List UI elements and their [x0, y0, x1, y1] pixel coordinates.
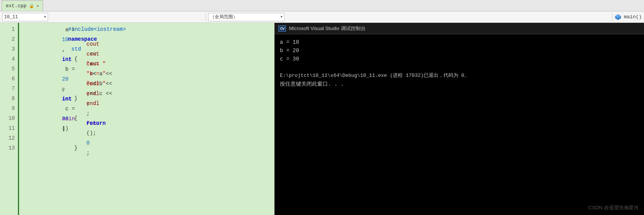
nav-left-section: 10_11 ▼ — [0, 13, 206, 21]
line-num-2: 2 — [0, 34, 15, 44]
line-num-3: 3 — [0, 44, 15, 54]
nav-bar: 10_11 ▼ （全局范围） ▼ main() — [0, 11, 644, 23]
code-content: 1 2 3 4 5 6 7 8 9 10 11 12 13 #include<i… — [0, 23, 274, 215]
code-line-13: } — [24, 143, 274, 153]
nav-mid-section: （全局范围） ▼ — [206, 13, 612, 21]
console-output-close: 按任意键关闭此窗口. . . — [280, 80, 639, 88]
console-watermark: CSDN @遥望浩瀚星河 — [588, 204, 639, 211]
tab-filename: ext.cpp — [6, 3, 27, 9]
scope-dropdown-left[interactable]: 10_11 ▼ — [2, 13, 48, 21]
scope-dropdown-left-value: 10_11 — [4, 14, 43, 20]
line-num-10: 10 — [0, 113, 15, 123]
console-body[interactable]: a = 10 b = 20 c = 30 E:\projtct\10_11\x6… — [275, 34, 644, 215]
line-num-7: 7 — [0, 84, 15, 94]
console-output-2: b = 20 — [280, 46, 639, 55]
close-icon[interactable]: ✕ — [37, 3, 39, 8]
line-num-6: 6 — [0, 74, 15, 84]
line-num-9: 9 — [0, 104, 15, 113]
console-header: CV Microsoft Visual Studio 调试控制台 — [275, 23, 644, 34]
scope-dropdown-left-arrow: ▼ — [44, 15, 46, 19]
tab-bar: ext.cpp 🔒 ✕ — [0, 0, 644, 11]
nav-right-section: main() — [612, 14, 644, 21]
active-tab[interactable]: ext.cpp 🔒 ✕ — [2, 0, 43, 11]
func-name-nav: main() — [624, 14, 642, 20]
code-pane: 1 2 3 4 5 6 7 8 9 10 11 12 13 #include<i… — [0, 23, 275, 215]
collapse-main-btn[interactable]: ⊟ — [62, 87, 65, 91]
console-output-3: c = 30 — [280, 55, 639, 63]
main-area: 1 2 3 4 5 6 7 8 9 10 11 12 13 #include<i… — [0, 23, 644, 215]
scope-dropdown-mid[interactable]: （全局范围） ▼ — [208, 13, 284, 21]
line-num-11: 11 — [0, 123, 15, 133]
line-num-12: 12 — [0, 133, 15, 143]
line-num-1: 1 — [0, 24, 15, 34]
console-output-path: E:\projtct\10_11\x64\Debug\10_11.exe (进程… — [280, 72, 639, 80]
pin-icon[interactable]: 🔒 — [29, 3, 34, 8]
console-output-1: a = 10 — [280, 38, 639, 46]
line-num-13: 13 — [0, 143, 15, 153]
cube-icon — [615, 14, 622, 21]
console-output-blank — [280, 63, 639, 72]
line-num-8: 8 — [0, 94, 15, 104]
vs-console-icon: CV — [278, 25, 286, 32]
line-numbers: 1 2 3 4 5 6 7 8 9 10 11 12 13 — [0, 23, 19, 215]
code-lines[interactable]: #include<iostream> using namespace std ; — [19, 23, 274, 215]
line-num-4: 4 — [0, 54, 15, 64]
console-title: Microsoft Visual Studio 调试控制台 — [289, 25, 366, 32]
scope-dropdown-mid-value: （全局范围） — [210, 14, 279, 20]
console-pane: CV Microsoft Visual Studio 调试控制台 a = 10 … — [275, 23, 644, 215]
line-num-5: 5 — [0, 64, 15, 74]
scope-dropdown-mid-arrow: ▼ — [281, 15, 283, 19]
